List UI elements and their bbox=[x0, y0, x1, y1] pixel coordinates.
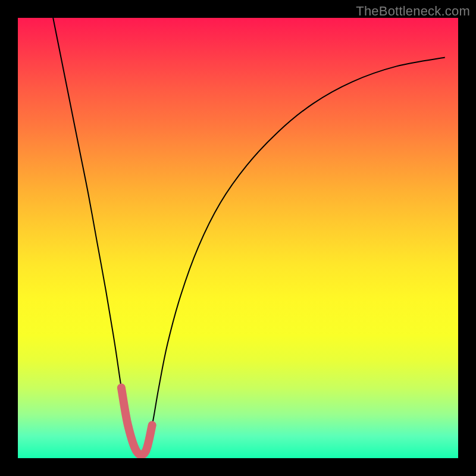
curve-line bbox=[53, 18, 445, 455]
bottleneck-curve-svg bbox=[18, 18, 458, 458]
watermark-text: TheBottleneck.com bbox=[356, 4, 470, 19]
outer-frame: TheBottleneck.com bbox=[0, 0, 476, 476]
curve-highlight bbox=[121, 388, 152, 455]
